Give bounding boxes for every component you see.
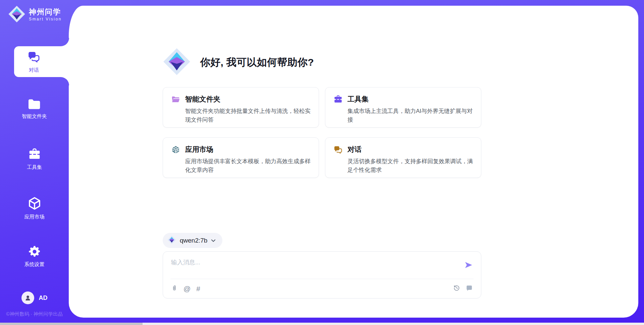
avatar <box>21 291 34 304</box>
sidebar-item-label: 智能文件夹 <box>22 113 47 120</box>
brand-diamond-icon <box>8 5 25 24</box>
sidebar-item-settings[interactable]: 系统设置 <box>0 245 69 268</box>
card-chat[interactable]: 对话 灵活切换多模型文件，支持多样回复效果调试，满足个性化需求 <box>325 137 481 178</box>
sidebar-item-label: 应用市场 <box>24 214 45 220</box>
message-composer: @ # <box>163 251 481 299</box>
feedback-button[interactable] <box>466 284 473 293</box>
card-title: 智能文件夹 <box>185 94 311 104</box>
chat-home: 你好, 我可以如何帮助你? 智能文件夹 智能文件夹功能支持批量文件上传与清洗，轻… <box>163 0 481 325</box>
speech-bubble-icon <box>466 284 473 293</box>
tab-fillet-bottom <box>61 77 69 85</box>
sidebar: 神州问学 Smart Vision 对话 智能文件夹 <box>0 0 69 325</box>
sidebar-item-label: 系统设置 <box>24 261 45 268</box>
send-button[interactable] <box>464 260 474 270</box>
greeting: 你好, 我可以如何帮助你? <box>163 48 314 77</box>
app-name: 神州问学 <box>29 8 62 16</box>
app-subtitle: Smart Vision <box>29 17 62 21</box>
tab-fillet-top <box>61 38 69 46</box>
sidebar-footer: ©神州数码 · 神州问学出品 <box>0 311 69 317</box>
pixel-cube-icon <box>171 145 180 154</box>
composer-divider <box>170 279 474 279</box>
brand-diamond-icon <box>163 48 191 77</box>
folder-icon <box>28 98 42 110</box>
send-icon <box>464 266 473 271</box>
card-description: 应用市场提供丰富长文本模板，助力高效生成多样化文章内容 <box>185 157 311 174</box>
user-initials: AD <box>39 295 48 302</box>
sidebar-item-label: 工具集 <box>27 164 42 171</box>
card-title: 对话 <box>347 145 474 154</box>
gear-icon <box>28 245 41 258</box>
user-profile[interactable]: AD <box>0 291 69 304</box>
scrollbar-thumb[interactable] <box>0 323 143 325</box>
cube-icon <box>27 196 42 211</box>
toolbox-icon <box>28 148 41 161</box>
topic-button[interactable]: # <box>196 284 200 293</box>
sidebar-item-toolbox[interactable]: 工具集 <box>0 148 69 171</box>
chat-icon <box>27 50 41 65</box>
brand-diamond-icon <box>167 236 176 246</box>
history-icon <box>453 284 461 293</box>
card-description: 灵活切换多模型文件，支持多样回复效果调试，满足个性化需求 <box>347 157 474 174</box>
attach-file-button[interactable] <box>171 284 178 293</box>
card-description: 集成市场上主流工具，助力AI与外界无缝扩展与对接 <box>347 107 474 124</box>
paperclip-icon <box>171 284 178 293</box>
history-button[interactable] <box>453 284 461 293</box>
card-description: 智能文件夹功能支持批量文件上传与清洗，轻松实现文件问答 <box>185 107 311 124</box>
toolbox-icon <box>333 95 343 104</box>
feature-cards: 智能文件夹 智能文件夹功能支持批量文件上传与清洗，轻松实现文件问答 工具集 集成… <box>163 87 481 178</box>
card-app-market[interactable]: 应用市场 应用市场提供丰富长文本模板，助力高效生成多样化文章内容 <box>163 137 319 178</box>
model-selector[interactable]: qwen2:7b <box>163 233 222 248</box>
app-logo[interactable]: 神州问学 Smart Vision <box>8 5 62 24</box>
card-title: 工具集 <box>347 94 474 104</box>
card-toolbox[interactable]: 工具集 集成市场上主流工具，助力AI与外界无缝扩展与对接 <box>325 87 481 128</box>
sidebar-item-app-market[interactable]: 应用市场 <box>0 196 69 220</box>
folder-open-icon <box>171 95 180 104</box>
horizontal-scrollbar[interactable] <box>0 323 644 325</box>
chat-icon <box>333 145 343 154</box>
sidebar-item-smart-folder[interactable]: 智能文件夹 <box>0 98 69 120</box>
composer-toolbar: @ # <box>171 284 473 293</box>
at-icon: @ <box>183 285 191 292</box>
chevron-down-icon <box>211 238 216 244</box>
model-name: qwen2:7b <box>180 237 207 244</box>
sidebar-item-label: 对话 <box>29 67 39 73</box>
greeting-title: 你好, 我可以如何帮助你? <box>200 56 314 69</box>
sidebar-item-chat[interactable]: 对话 <box>14 46 69 77</box>
hash-icon: # <box>196 285 200 292</box>
card-smart-folder[interactable]: 智能文件夹 智能文件夹功能支持批量文件上传与清洗，轻松实现文件问答 <box>163 87 319 128</box>
mention-button[interactable]: @ <box>183 284 191 293</box>
card-title: 应用市场 <box>185 145 311 154</box>
message-input[interactable] <box>171 258 460 276</box>
